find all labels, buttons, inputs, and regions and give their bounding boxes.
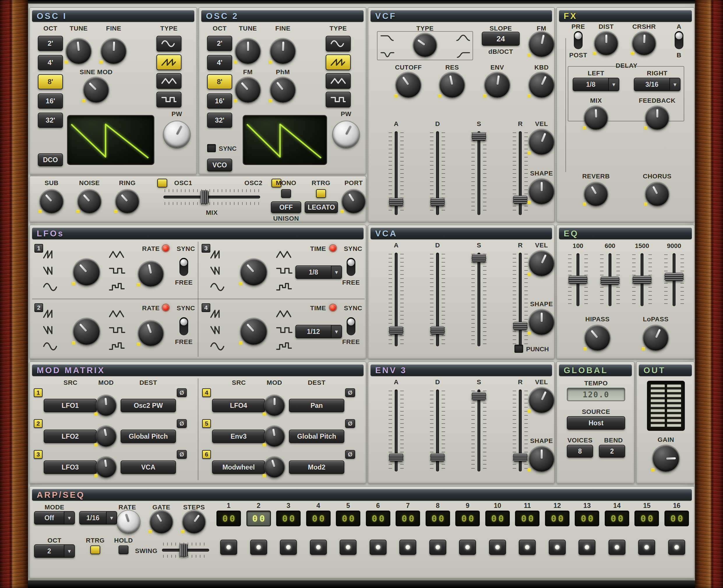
step-button[interactable] bbox=[399, 540, 416, 555]
vca-punch-checkbox[interactable] bbox=[515, 345, 523, 353]
slider-handle[interactable] bbox=[633, 276, 651, 284]
mod-slot-null-button[interactable]: Ø bbox=[345, 388, 355, 397]
arp-mode-select[interactable]: Off▾ bbox=[34, 511, 75, 525]
square-wave-icon[interactable] bbox=[276, 324, 293, 337]
env3-vel-knob[interactable] bbox=[529, 388, 554, 413]
sawup-wave-icon[interactable] bbox=[42, 249, 60, 261]
vcf-shape-knob[interactable] bbox=[529, 179, 554, 204]
band-gain-slider[interactable] bbox=[601, 252, 619, 308]
mod-slot-null-button[interactable]: Ø bbox=[345, 419, 355, 428]
osc2-octave-button[interactable]: 4' bbox=[207, 55, 232, 70]
stage-slider[interactable] bbox=[389, 252, 403, 348]
mixer-sub-knob[interactable] bbox=[40, 190, 63, 213]
mod-slot-null-button[interactable]: Ø bbox=[345, 450, 355, 459]
mod-slot-dest-select[interactable]: Osc2 PW bbox=[121, 399, 176, 412]
slider-handle[interactable] bbox=[513, 196, 527, 204]
lfo2-wave-knob[interactable] bbox=[74, 318, 100, 345]
step-value-display[interactable]: 00 bbox=[396, 510, 420, 526]
arp-steps-knob[interactable] bbox=[183, 510, 205, 533]
lfo3-time-select[interactable]: 1/8▾ bbox=[295, 266, 342, 279]
osc1-tune-knob[interactable] bbox=[66, 39, 91, 64]
stage-slider[interactable] bbox=[430, 252, 444, 348]
chevron-down-icon[interactable]: ▾ bbox=[106, 512, 117, 524]
sawup-wave-icon[interactable] bbox=[210, 249, 227, 261]
eq-hipass-knob[interactable] bbox=[585, 326, 610, 351]
chevron-down-icon[interactable]: ▾ bbox=[64, 545, 74, 557]
mixer-noise-knob[interactable] bbox=[78, 190, 101, 213]
mod-slot-amount-knob[interactable] bbox=[96, 457, 116, 477]
vcf-vel-knob[interactable] bbox=[529, 129, 554, 154]
chevron-down-icon[interactable]: ▾ bbox=[608, 78, 619, 90]
step-value-display[interactable]: 00 bbox=[545, 510, 569, 526]
sawdown-wave-icon[interactable] bbox=[210, 265, 227, 278]
slider-handle[interactable] bbox=[430, 326, 444, 334]
triangle-wave-icon[interactable] bbox=[108, 308, 126, 321]
step-value-display[interactable]: 00 bbox=[635, 510, 659, 526]
fx-delay-left-select[interactable]: 1/8▾ bbox=[573, 78, 619, 91]
osc1-pw-knob[interactable] bbox=[164, 121, 190, 148]
stage-slider[interactable] bbox=[513, 252, 527, 348]
chevron-down-icon[interactable]: ▾ bbox=[669, 78, 680, 90]
slider-handle[interactable] bbox=[472, 392, 486, 400]
step-value-display[interactable]: 00 bbox=[605, 510, 629, 526]
mod-slot-amount-knob[interactable] bbox=[264, 457, 285, 477]
osc2-octave-button[interactable]: 16' bbox=[207, 93, 232, 109]
mod-slot-dest-select[interactable]: Pan bbox=[289, 399, 344, 412]
osc1-wave-pulse-button[interactable] bbox=[156, 92, 181, 107]
step-button[interactable] bbox=[579, 540, 596, 555]
mod-slot-src-select[interactable]: Env3 bbox=[212, 429, 265, 443]
lfo2-free-toggle[interactable] bbox=[179, 317, 188, 335]
sawup-wave-icon[interactable] bbox=[210, 308, 227, 321]
lfo4-free-toggle[interactable] bbox=[347, 317, 355, 335]
chevron-down-icon[interactable]: ▾ bbox=[64, 512, 74, 524]
slider-handle[interactable] bbox=[601, 276, 619, 285]
mixer-legato-button[interactable]: LEGATO bbox=[305, 202, 338, 213]
stage-slider[interactable] bbox=[513, 388, 527, 473]
stage-slider[interactable] bbox=[472, 388, 486, 473]
mixer-mono-button[interactable] bbox=[281, 189, 291, 198]
mixer-ring-knob[interactable] bbox=[116, 190, 139, 213]
lfo3-wave-knob[interactable] bbox=[241, 259, 267, 285]
step-button[interactable] bbox=[280, 540, 297, 555]
vcf-res-knob[interactable] bbox=[440, 72, 465, 98]
arp-oct-select[interactable]: 2▾ bbox=[34, 544, 75, 558]
step-button[interactable] bbox=[250, 540, 267, 555]
slider-handle[interactable] bbox=[389, 453, 403, 461]
sawup-wave-icon[interactable] bbox=[42, 308, 60, 321]
env3-shape-knob[interactable] bbox=[529, 446, 554, 471]
slider-handle[interactable] bbox=[472, 132, 486, 141]
random-steps-icon[interactable] bbox=[108, 341, 126, 353]
sine-wave-icon[interactable] bbox=[42, 281, 60, 294]
osc2-tune-knob[interactable] bbox=[235, 39, 260, 64]
arp-swing-slider[interactable] bbox=[161, 544, 210, 556]
sine-wave-icon[interactable] bbox=[210, 341, 227, 353]
square-wave-icon[interactable] bbox=[276, 265, 293, 278]
vcf-slope-display[interactable]: 24 bbox=[482, 32, 520, 46]
mod-slot-src-select[interactable]: LFO4 bbox=[212, 399, 265, 412]
osc2-octave-button[interactable]: 8' bbox=[207, 74, 232, 89]
osc2-pw-knob[interactable] bbox=[333, 121, 359, 148]
stage-slider[interactable] bbox=[430, 388, 444, 473]
arp-gate-knob[interactable] bbox=[150, 510, 173, 533]
fx-crshr-knob[interactable] bbox=[632, 32, 656, 55]
step-button[interactable] bbox=[310, 540, 327, 555]
step-value-display[interactable]: 00 bbox=[336, 510, 360, 526]
osc2-phm-knob[interactable] bbox=[270, 78, 295, 103]
slider-handle[interactable] bbox=[430, 453, 444, 461]
band-gain-slider[interactable] bbox=[633, 252, 651, 308]
step-button[interactable] bbox=[519, 540, 536, 555]
osc2-wave-triangle-button[interactable] bbox=[326, 73, 351, 89]
chevron-down-icon[interactable]: ▾ bbox=[331, 326, 341, 338]
global-source-select[interactable]: Host bbox=[567, 416, 625, 429]
step-value-display[interactable]: 00 bbox=[575, 510, 599, 526]
step-button[interactable] bbox=[608, 540, 625, 555]
step-value-display[interactable]: 00 bbox=[306, 510, 330, 526]
vcf-cutoff-knob[interactable] bbox=[396, 72, 421, 98]
mixer-osc1-enable-button[interactable] bbox=[157, 179, 167, 187]
mod-slot-src-select[interactable]: LFO3 bbox=[44, 461, 97, 474]
lfo4-wave-knob[interactable] bbox=[241, 318, 267, 345]
step-button[interactable] bbox=[638, 540, 655, 555]
slider-handle[interactable] bbox=[513, 453, 527, 461]
fx-delay-right-select[interactable]: 3/16▾ bbox=[634, 78, 681, 91]
step-value-display[interactable]: 00 bbox=[455, 510, 480, 526]
